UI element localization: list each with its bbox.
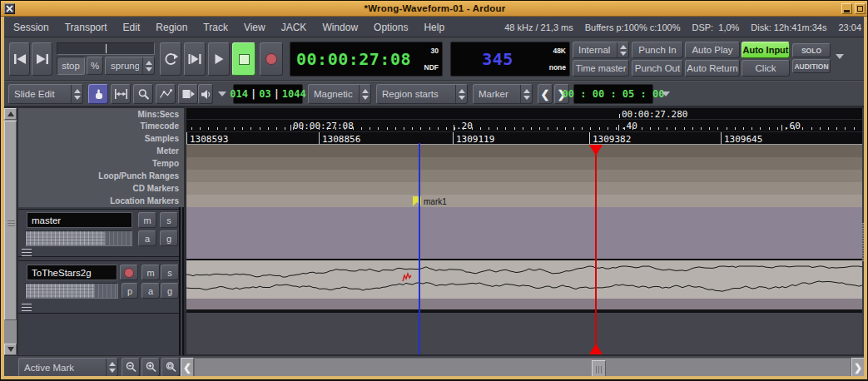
vertical-scrollbar[interactable]	[4, 108, 17, 355]
lane-location-markers[interactable]	[186, 195, 862, 207]
tool-grab-button[interactable]	[88, 84, 108, 104]
spinner-icon[interactable]	[520, 85, 532, 103]
punch-out-button[interactable]: Punch Out	[632, 60, 683, 77]
menu-window[interactable]: Window	[322, 22, 358, 33]
track-name-field[interactable]: ToTheStars2g	[27, 265, 117, 280]
ruler-timecode[interactable]: 00:00:27:08.20.40.60	[186, 120, 862, 132]
auto-return-button[interactable]: Auto Return	[685, 60, 740, 77]
window-maximize-button[interactable]	[855, 3, 866, 14]
menu-region[interactable]: Region	[156, 22, 187, 33]
group-button[interactable]: g	[160, 230, 178, 246]
shuttle-mode-combo[interactable]: sprung	[105, 57, 155, 75]
edit-point-combo[interactable]: Marker	[473, 84, 533, 104]
stop-button[interactable]	[232, 42, 255, 76]
track-header-master[interactable]: master m s a g	[18, 209, 179, 257]
menu-transport[interactable]: Transport	[65, 22, 107, 33]
resize-grip-icon[interactable]	[22, 304, 32, 311]
ruler-samples[interactable]: 13085931308856130911913093821309645	[186, 132, 862, 145]
spinner-icon[interactable]	[142, 57, 154, 74]
track-name-field[interactable]: master	[27, 212, 132, 228]
edit-marker-line[interactable]	[595, 145, 597, 354]
tool-audition-button[interactable]	[198, 84, 213, 104]
automation-button[interactable]: a	[141, 283, 160, 299]
bbt-clock[interactable]: 014|03|1044	[233, 84, 303, 104]
edit-marker-top-icon[interactable]	[589, 145, 603, 156]
primary-clock[interactable]: 00:00:27:08 30 NDF	[290, 42, 443, 77]
spinner-icon[interactable]	[455, 85, 467, 103]
mute-button[interactable]: m	[138, 212, 156, 228]
tool-stretch-button[interactable]	[178, 84, 198, 104]
sync-source-combo[interactable]: Internal	[573, 42, 629, 58]
nudge-clock[interactable]: 00 : 00 : 05 : 00	[573, 84, 653, 104]
mark-mode-combo[interactable]: Active Mark	[18, 358, 118, 377]
record-button[interactable]	[260, 42, 283, 76]
tool-zoom-button[interactable]	[133, 84, 153, 104]
time-master-button[interactable]: Time master	[573, 60, 629, 77]
group-button[interactable]: g	[161, 283, 179, 299]
spinner-icon[interactable]	[106, 359, 117, 376]
record-arm-button[interactable]	[120, 265, 138, 280]
ruler-minsec[interactable]: 00:00:27.280	[186, 108, 862, 120]
spinner-icon[interactable]	[359, 85, 370, 103]
secondary-clock-value[interactable]: 345	[454, 49, 541, 69]
vertical-scrollbar-thumb[interactable]	[4, 121, 17, 320]
horizontal-scrollbar[interactable]	[194, 358, 851, 377]
playlist-button[interactable]: p	[122, 283, 138, 299]
goto-end-button[interactable]	[32, 42, 52, 76]
playhead-line[interactable]	[419, 143, 420, 354]
audition-button[interactable]: AUDITION	[792, 59, 831, 73]
resize-grip-icon[interactable]	[22, 249, 32, 256]
zoom-in-button[interactable]	[141, 358, 160, 377]
mute-button[interactable]: m	[141, 265, 160, 280]
play-range-button[interactable]	[184, 42, 206, 76]
menu-help[interactable]: Help	[424, 22, 444, 33]
shuttle-speed-strip[interactable]	[57, 42, 155, 55]
loop-button[interactable]	[160, 42, 181, 76]
edit-marker-bottom-icon[interactable]	[589, 344, 603, 354]
punch-in-button[interactable]: Punch In	[632, 42, 683, 58]
zoom-to-session-button[interactable]	[161, 358, 180, 377]
hscroll-right-button[interactable]: ❯	[851, 358, 865, 377]
gain-fader[interactable]	[25, 283, 118, 299]
primary-clock-time[interactable]: 00:00:27:08	[294, 49, 414, 69]
editor-canvas[interactable]: 00:00:27.280 00:00:27:08.20.40.60 130859…	[186, 108, 862, 354]
titlebar[interactable]: *Wrong-Waveform-01 - Ardour	[1, 1, 868, 17]
lane-loop-punch[interactable]	[186, 170, 862, 182]
solo-button[interactable]: SOLO	[792, 43, 831, 57]
solo-button[interactable]: s	[161, 265, 179, 280]
automation-button[interactable]: a	[138, 230, 156, 246]
shuttle-stop-label[interactable]: stop	[57, 57, 85, 75]
transport-options-chevron-icon[interactable]	[836, 54, 844, 59]
menu-edit[interactable]: Edit	[123, 22, 141, 33]
scroll-up-button[interactable]	[4, 108, 17, 120]
window-close-button[interactable]	[4, 3, 15, 14]
hscroll-left-button[interactable]: ❮	[181, 358, 194, 377]
secondary-clock[interactable]: 345 48K none	[450, 42, 570, 77]
auto-input-button[interactable]: Auto Input	[742, 42, 790, 58]
lane-cd-markers[interactable]	[186, 182, 862, 195]
lane-tempo[interactable]	[186, 157, 862, 170]
gain-fader[interactable]	[25, 230, 132, 246]
auto-play-button[interactable]: Auto Play	[685, 42, 740, 58]
menu-jack[interactable]: JACK	[281, 22, 307, 33]
menu-session[interactable]: Session	[13, 22, 49, 33]
menu-options[interactable]: Options	[374, 22, 408, 33]
goto-start-button[interactable]	[9, 42, 30, 76]
solo-button[interactable]: s	[160, 212, 178, 228]
edit-mode-combo[interactable]: Slide Edit	[8, 84, 83, 104]
shuttle-units-button[interactable]: %	[87, 57, 103, 75]
spinner-icon[interactable]	[617, 42, 628, 57]
audio-region[interactable]	[186, 260, 862, 299]
tool-draw-button[interactable]	[156, 84, 176, 104]
menu-view[interactable]: View	[244, 22, 265, 33]
lane-meter[interactable]	[186, 145, 862, 157]
window-minimize-button[interactable]	[841, 3, 852, 14]
menu-track[interactable]: Track	[203, 22, 228, 33]
tool-range-button[interactable]	[111, 84, 131, 104]
nudge-back-button[interactable]: ❮	[538, 84, 553, 104]
spinner-icon[interactable]	[71, 85, 82, 103]
play-button[interactable]	[208, 42, 230, 76]
click-button[interactable]: Click	[742, 60, 790, 77]
track-header-tothestars2g[interactable]: ToTheStars2g m s p a g	[18, 260, 179, 314]
zoom-out-button[interactable]	[122, 358, 140, 377]
